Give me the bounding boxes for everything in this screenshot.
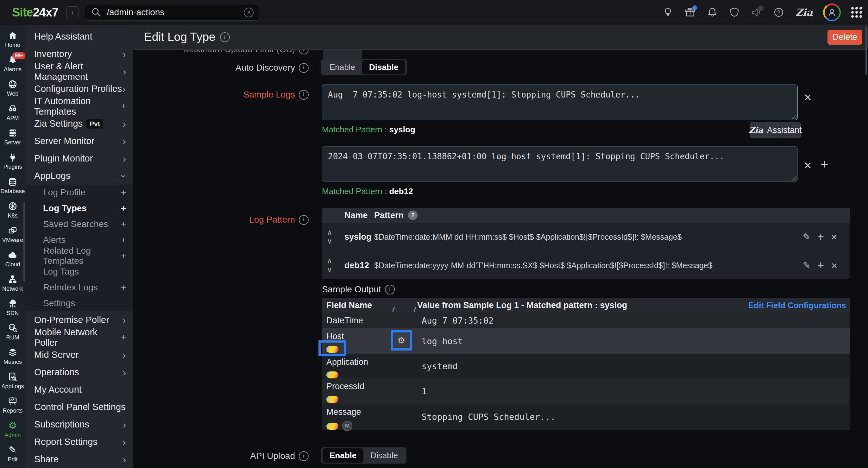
announcements-button[interactable]	[750, 6, 763, 19]
chevron-right-icon: ›	[123, 439, 126, 445]
rail-item-apm[interactable]: APM	[0, 100, 25, 125]
sidebar-item-settings[interactable]: Settings	[25, 295, 133, 311]
rail-item-alarms[interactable]: 99+Alarms	[0, 52, 25, 76]
sidebar-item-applogs[interactable]: AppLogs›	[25, 167, 133, 185]
sdn-cloud-network-icon	[8, 299, 18, 309]
zia-assistant-button[interactable]: ZiaAssistant	[750, 122, 801, 138]
edit-pattern-icon[interactable]: ✎	[803, 231, 810, 242]
nav-rail: Home 99+Alarms Web APM Server Plugins Da…	[0, 25, 25, 468]
help-button[interactable]: ?	[772, 6, 785, 19]
rail-item-vmware[interactable]: VMware	[0, 222, 25, 247]
sidebar-item-zia-settings[interactable]: Zia SettingsPvt›	[25, 115, 133, 132]
sample-log-1-textarea[interactable]: Aug 7 07:35:02 log-host systemd[1]: Stop…	[322, 85, 798, 120]
remove-sample-log-2-icon[interactable]: ×	[804, 160, 811, 171]
delete-pattern-icon[interactable]: ×	[831, 231, 837, 243]
pattern-help-icon[interactable]: ?	[408, 211, 417, 220]
sidebar-item-control-panel-settings[interactable]: Control Panel Settings	[25, 398, 133, 416]
rail-item-admin[interactable]: ⚙Admin	[0, 417, 25, 442]
pattern-row-deb12: ∧∨ deb12 $DateTime:date:yyyy-MM-dd'T'HH:…	[322, 251, 850, 279]
application-field-toggle[interactable]	[327, 371, 338, 378]
rail-item-applogs[interactable]: AppLogs	[0, 369, 25, 393]
sidebar-item-share[interactable]: Share›	[25, 450, 133, 468]
edit-pattern-icon[interactable]: ✎	[803, 260, 810, 271]
rail-item-reports[interactable]: Reports	[0, 393, 25, 417]
sidebar-item-it-automation-templates[interactable]: IT Automation Templates+	[25, 97, 133, 115]
rail-item-rum[interactable]: RUM	[0, 320, 25, 344]
info-icon[interactable]: i	[385, 285, 395, 294]
remove-sample-log-1-icon[interactable]: ×	[804, 92, 811, 102]
edit-field-configurations-link[interactable]: Edit Field Configurations	[748, 301, 846, 310]
user-avatar[interactable]	[823, 3, 841, 21]
sidebar-item-log-profile[interactable]: Log Profile+	[25, 185, 133, 200]
rail-item-home[interactable]: Home	[0, 27, 25, 52]
add-pattern-icon[interactable]: +	[817, 259, 824, 272]
tips-button[interactable]	[661, 6, 674, 19]
sidebar-item-plugin-monitor[interactable]: Plugin Monitor›	[25, 150, 133, 167]
search-input[interactable]	[106, 7, 244, 18]
sidebar-item-server-monitor[interactable]: Server Monitor›	[25, 132, 133, 150]
sidebar-item-inventory[interactable]: Inventory›	[25, 45, 133, 63]
delete-button[interactable]: Delete	[828, 30, 862, 45]
info-icon[interactable]: i	[299, 90, 309, 100]
layers-icon	[8, 347, 18, 357]
info-icon[interactable]: i	[220, 32, 230, 42]
sidebar-item-subscriptions[interactable]: Subscriptions›	[25, 416, 133, 433]
clear-search-icon[interactable]: ×	[244, 8, 254, 18]
sidebar-item-log-tags[interactable]: Log Tags	[25, 264, 133, 280]
add-sample-log-icon[interactable]: +	[820, 159, 829, 170]
sidebar-item-related-log-templates[interactable]: Related Log Templates+	[25, 248, 133, 264]
processid-field-toggle[interactable]	[327, 396, 338, 403]
auto-discovery-disable-option[interactable]: Disable	[362, 60, 405, 74]
rail-item-metrics[interactable]: Metrics	[0, 344, 25, 369]
rail-item-edit[interactable]: ✎Edit	[0, 442, 25, 466]
main-scrollbar[interactable]	[865, 27, 867, 75]
globe-icon	[8, 79, 18, 89]
move-down-icon[interactable]: ∨	[327, 267, 332, 273]
rail-item-cloud[interactable]: Cloud	[0, 247, 25, 271]
message-field-toggle[interactable]	[327, 423, 338, 430]
rail-item-k8s[interactable]: K8s	[0, 198, 25, 222]
rail-item-web[interactable]: Web	[0, 76, 25, 100]
move-down-icon[interactable]: ∨	[327, 238, 332, 245]
sidebar-item-saved-searches[interactable]: Saved Searches+	[25, 216, 133, 232]
sidebar-item-my-account[interactable]: My Account	[25, 381, 133, 398]
notifications-button[interactable]	[706, 6, 719, 19]
sidebar-item-report-settings[interactable]: Report Settings›	[25, 433, 133, 450]
rail-item-plugins[interactable]: Plugins	[0, 149, 25, 174]
global-search[interactable]: ×	[85, 4, 259, 21]
sidebar-item-reindex-logs[interactable]: ReIndex Logs+	[25, 280, 133, 295]
security-button[interactable]	[728, 6, 741, 19]
rail-scrollbar[interactable]	[24, 202, 25, 281]
zia-button[interactable]: Zia	[795, 6, 813, 19]
sidebar-item-log-types[interactable]: Log Types+	[25, 200, 133, 216]
move-up-icon[interactable]: ∧	[327, 229, 332, 236]
sidebar-item-user-alert-management[interactable]: User & Alert Management›	[25, 63, 133, 80]
rail-item-network[interactable]: Network	[0, 271, 25, 295]
collapse-nav-button[interactable]: ‹	[66, 6, 79, 19]
info-icon[interactable]: i	[299, 451, 309, 461]
sidebar-item-help-assistant[interactable]: Help Assistant	[25, 28, 133, 45]
sidebar-item-on-premise-poller[interactable]: On-Premise Poller›	[25, 311, 133, 329]
info-icon[interactable]: i	[299, 215, 309, 225]
sidebar-item-mobile-network-poller[interactable]: Mobile Network Poller+	[25, 329, 133, 346]
add-pattern-icon[interactable]: +	[817, 230, 824, 244]
auto-discovery-enable-option[interactable]: Enable	[322, 60, 362, 74]
whats-new-button[interactable]	[684, 6, 696, 19]
sidebar-item-mid-server[interactable]: Mid Server›	[25, 346, 133, 364]
rail-item-sdn[interactable]: SDN	[0, 295, 25, 320]
alarms-badge: 99+	[12, 52, 25, 59]
rail-item-server[interactable]: Server	[0, 125, 25, 149]
logo-site: Site	[12, 6, 33, 19]
zia-logo-icon: Zia	[749, 125, 763, 135]
site24x7-logo[interactable]: Site24x7	[12, 6, 58, 19]
delete-pattern-icon[interactable]: ×	[831, 259, 837, 272]
info-icon[interactable]: i	[299, 63, 309, 73]
rail-item-database[interactable]: Database	[0, 174, 25, 198]
api-upload-enable-option[interactable]: Enable	[322, 448, 364, 463]
sidebar-item-operations[interactable]: Operations›	[25, 364, 133, 381]
sample-log-2-textarea[interactable]: 2024-03-07T07:35:01.138862+01:00 log-hos…	[322, 146, 798, 182]
sidebar-item-configuration-profiles[interactable]: Configuration Profiles›	[25, 80, 133, 97]
api-upload-disable-option[interactable]: Disable	[364, 448, 405, 463]
move-up-icon[interactable]: ∧	[327, 258, 332, 264]
apps-menu-button[interactable]	[850, 6, 863, 19]
